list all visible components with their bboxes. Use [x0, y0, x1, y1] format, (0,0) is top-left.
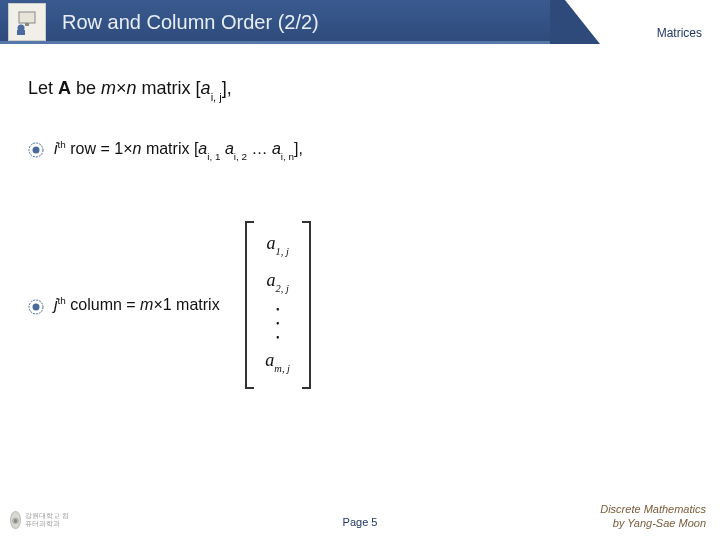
column-definition-text: jth column = m×1 matrix	[54, 295, 220, 314]
svg-rect-3	[17, 30, 25, 35]
times-symbol: ×	[153, 297, 162, 314]
superscript: th	[58, 295, 66, 306]
slide-content: Let A be m×n matrix [ai, j], ith row = 1…	[0, 48, 720, 390]
text: row = 1	[66, 140, 123, 157]
logo-emblem-icon: ◉	[10, 511, 21, 529]
var-a: a	[267, 270, 276, 290]
bullet-row-definition: ith row = 1×n matrix [ai, 1 ai, 2 … ai, …	[28, 139, 692, 161]
bullet-icon	[28, 142, 44, 158]
svg-point-5	[33, 146, 40, 153]
text: Let	[28, 78, 58, 98]
credit-line-1: Discrete Mathematics	[600, 502, 706, 516]
matrix-cell: am, j	[265, 348, 290, 380]
text: matrix [	[141, 140, 198, 157]
ellipsis: …	[247, 140, 272, 157]
var-a: a	[272, 140, 281, 157]
var-a: a	[201, 78, 211, 98]
var-m: m	[140, 297, 153, 314]
var-a: a	[225, 140, 234, 157]
bullet-column-definition: jth column = m×1 matrix a1, j a2, j • • …	[28, 220, 692, 390]
slide-footer: ◉ 강원대학교 컴퓨터과학과 Page 5 Discrete Mathemati…	[0, 504, 720, 534]
subscript: i, 2	[234, 151, 247, 162]
var-a: a	[267, 233, 276, 253]
subscript: i, n	[281, 151, 294, 162]
subscript: i, 1	[207, 151, 220, 162]
subscript: 1, j	[276, 246, 289, 257]
matrix-entries: a1, j a2, j • • • am, j	[256, 225, 300, 386]
university-logo: ◉ 강원대학교 컴퓨터과학과	[10, 508, 70, 532]
credits: Discrete Mathematics by Yang-Sae Moon	[600, 502, 706, 530]
vertical-dot: •	[276, 334, 280, 342]
section-label: Matrices	[657, 26, 702, 40]
header-curve	[550, 0, 600, 44]
left-bracket-icon	[242, 220, 256, 390]
subscript: m, j	[274, 363, 290, 374]
superscript: th	[58, 139, 66, 150]
svg-rect-1	[25, 23, 29, 26]
right-bracket-icon	[300, 220, 314, 390]
text: matrix [	[137, 78, 201, 98]
credit-line-2: by Yang-Sae Moon	[600, 516, 706, 530]
matrix-cell: a2, j	[267, 268, 289, 300]
slide-title: Row and Column Order (2/2)	[62, 11, 319, 34]
page-number: Page 5	[343, 516, 378, 528]
presenter-icon	[8, 3, 46, 41]
text: be	[71, 78, 101, 98]
row-definition-text: ith row = 1×n matrix [ai, 1 ai, 2 … ai, …	[54, 139, 303, 161]
text: 1 matrix	[163, 297, 220, 314]
svg-point-7	[33, 303, 40, 310]
subscript: i, j	[211, 91, 222, 103]
bullet-icon	[28, 299, 44, 315]
text: ],	[222, 78, 232, 98]
times-symbol: ×	[116, 78, 127, 98]
subscript: 2, j	[276, 283, 289, 294]
var-m: m	[101, 78, 116, 98]
vertical-dot: •	[276, 306, 280, 314]
slide-header: Row and Column Order (2/2) Matrices	[0, 0, 720, 48]
matrix-name: A	[58, 78, 71, 98]
var-n: n	[127, 78, 137, 98]
var-a: a	[265, 350, 274, 370]
text: column =	[66, 297, 140, 314]
logo-text: 강원대학교 컴퓨터과학과	[25, 512, 70, 528]
intro-line: Let A be m×n matrix [ai, j],	[28, 78, 692, 101]
text: ],	[294, 140, 303, 157]
svg-rect-0	[19, 12, 35, 23]
column-matrix: a1, j a2, j • • • am, j	[242, 220, 314, 390]
var-a: a	[198, 140, 207, 157]
header-bar: Row and Column Order (2/2)	[0, 0, 550, 44]
vertical-dot: •	[276, 320, 280, 328]
times-symbol: ×	[123, 140, 132, 157]
matrix-cell: a1, j	[267, 231, 289, 263]
